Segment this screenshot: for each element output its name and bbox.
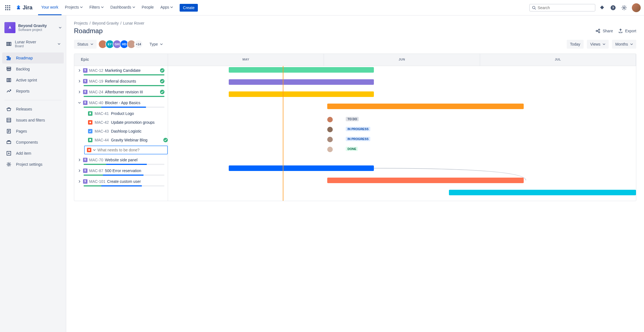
search-box[interactable] [529,4,595,12]
help-icon[interactable]: ? [609,3,618,12]
sidebar-roadmap[interactable]: Roadmap [2,52,64,64]
app-switcher-icon[interactable] [3,3,12,12]
status-filter[interactable]: Status [74,40,97,49]
views-button[interactable]: Views [587,40,609,49]
avatar-more[interactable]: +14 [134,40,143,49]
epic-bar[interactable] [229,67,374,73]
epic-row[interactable]: MAC-40Blocker - App Basics [74,98,168,109]
issue-key[interactable]: MAC-70 [89,158,103,162]
chevron-down-icon [58,43,60,45]
project-type: Software project [18,28,47,32]
export-icon [618,28,623,33]
nav-dashboards[interactable]: Dashboards [107,0,139,15]
svg-rect-2 [9,5,10,6]
assignee-avatar[interactable] [327,117,333,122]
assignee-avatar[interactable] [327,147,333,152]
epic-row[interactable]: MAC-87500 Error reservation [74,166,168,177]
issue-key[interactable]: MAC-19 [89,79,103,83]
sidebar-backlog[interactable]: Backlog [2,64,64,75]
issue-key[interactable]: MAC-44 [95,138,109,142]
status-badge[interactable]: IN PROGRESS [346,137,370,141]
jira-logo[interactable]: Jira [13,4,35,11]
breadcrumb-project[interactable]: Beyond Gravity [92,21,119,25]
status-badge[interactable]: IN PROGRESS [346,127,370,131]
svg-point-50 [88,149,90,151]
epic-bar[interactable] [229,165,374,171]
issue-key[interactable]: MAC-101 [89,179,105,184]
svg-rect-4 [7,7,8,8]
month-header: MAY [168,54,324,66]
assignee-filter[interactable]: EYGHHD+14 [100,40,143,49]
epic-row[interactable]: MAC-101Create custom user [74,177,168,188]
sidebar-pages[interactable]: Pages [2,126,64,137]
today-button[interactable]: Today [567,40,584,49]
chevron-right-icon[interactable] [78,69,81,72]
issue-key[interactable]: MAC-41 [95,111,109,116]
sidebar-active-sprint[interactable]: Active sprint [2,75,64,86]
timeframe-button[interactable]: Months [612,40,636,49]
project-name: Beyond Gravity [18,23,47,28]
nav-projects[interactable]: Projects [62,0,86,15]
sidebar-project-settings[interactable]: Project settings [2,159,64,170]
assignee-avatar[interactable] [327,137,333,142]
status-badge[interactable]: TO DO [346,117,359,121]
share-button[interactable]: Share [595,28,613,33]
share-icon [595,28,600,33]
epic-bar[interactable] [229,91,374,97]
child-row[interactable]: MAC-41Product Logo [74,109,168,118]
breadcrumb-board[interactable]: Lunar Rover [123,21,144,25]
progress-bar [84,164,164,165]
type-filter[interactable]: Type [146,40,166,49]
epic-row[interactable]: MAC-70Website side panel [74,156,168,166]
sidebar-reports[interactable]: Reports [2,86,64,97]
new-issue-input[interactable] [97,148,165,152]
issue-key[interactable]: MAC-43 [95,129,109,133]
settings-icon[interactable] [620,3,629,12]
project-header[interactable]: Beyond Gravity Software project [2,20,64,35]
board-icon [6,41,12,47]
search-input[interactable] [538,6,593,10]
issue-key[interactable]: MAC-12 [89,68,103,73]
epic-row[interactable]: MAC-12Marketing Candidate [74,66,168,77]
notifications-icon[interactable] [598,3,606,12]
nav-your-work[interactable]: Your work [38,0,62,15]
chevron-right-icon[interactable] [78,159,81,161]
chevron-down-icon[interactable] [93,149,96,151]
chevron-right-icon[interactable] [78,80,81,83]
epic-bar[interactable] [327,178,524,183]
issue-key[interactable]: MAC-42 [95,120,109,125]
chevron-right-icon[interactable] [78,169,81,172]
breadcrumb-projects[interactable]: Projects [74,21,88,25]
svg-point-9 [533,6,535,9]
chevron-right-icon[interactable] [78,180,81,183]
child-row[interactable]: MAC-42Update promotion groups [74,118,168,127]
create-button[interactable]: Create [180,4,198,12]
sidebar-releases[interactable]: Releases [2,104,64,115]
issue-key[interactable]: MAC-40 [89,101,103,105]
child-row[interactable]: MAC-43Dashloop Logistic [74,127,168,136]
chevron-down-icon[interactable] [78,101,81,104]
sidebar-issues-filters[interactable]: Issues and filters [2,115,64,126]
board-header[interactable]: Lunar Rover Board [2,38,64,50]
status-badge[interactable]: DONE [346,147,358,151]
epic-bar[interactable] [449,190,636,195]
nav-filters[interactable]: Filters [86,0,107,15]
epic-bar[interactable] [327,104,524,109]
sidebar-add-item[interactable]: Add item [2,148,64,159]
issue-type-selector[interactable] [87,148,91,152]
components-icon [6,139,12,146]
export-button[interactable]: Export [618,28,636,33]
issue-key[interactable]: MAC-87 [89,168,103,173]
assignee-avatar[interactable] [327,127,333,132]
issue-key[interactable]: MAC-24 [89,90,103,94]
nav-apps[interactable]: Apps [157,0,176,15]
chevron-right-icon[interactable] [78,91,81,93]
child-row[interactable]: MAC-44Gravity Webinar Blog [74,136,168,144]
epic-row[interactable]: MAC-19Referral discounts [74,77,168,88]
epic-bar[interactable] [229,79,374,85]
new-issue-row[interactable] [84,146,168,154]
profile-avatar[interactable] [632,3,641,12]
sidebar-components[interactable]: Components [2,137,64,148]
epic-row[interactable]: MAC-24Afterburner revision III [74,88,168,98]
nav-people[interactable]: People [139,0,157,15]
